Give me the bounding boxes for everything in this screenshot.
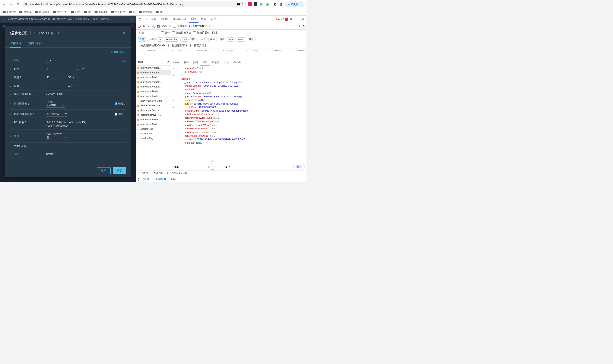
tab-elements[interactable]: 元素 <box>149 16 158 23</box>
bookmark-competition[interactable]: 竞争分析 <box>53 10 67 14</box>
add-device-button[interactable]: 添加新设备 ▾ <box>10 50 126 56</box>
issue-badge[interactable]: 1 <box>285 18 288 21</box>
search-next-icon[interactable]: ˅ <box>220 165 221 168</box>
detail-tab-payload[interactable]: 载荷 <box>182 59 191 66</box>
ext-icon-1[interactable] <box>248 2 252 6</box>
type-xhr[interactable]: Fetch/XHR <box>164 37 179 42</box>
type-manifest[interactable]: 清单 <box>218 37 226 42</box>
request-item[interactable]: ▦data:image/svg+x... <box>136 108 171 112</box>
memory-input[interactable] <box>46 67 65 71</box>
type-css[interactable]: CSS <box>180 37 189 42</box>
expand-icon[interactable]: › <box>10 113 12 116</box>
expand-icon[interactable]: › <box>10 76 12 79</box>
request-item[interactable]: ▫networkSelector.html <box>136 98 171 103</box>
update-button[interactable]: 完成更新 ⋮ <box>285 1 305 7</box>
cpu-select[interactable]: 1 <box>46 58 52 63</box>
drawer-whatsnew[interactable]: 新功能 ✕ <box>154 176 168 182</box>
drawer-issues[interactable]: 问题 <box>169 176 178 182</box>
request-item[interactable]: {}urn:vmomi:Virtual... <box>136 65 171 70</box>
detail-tab-response[interactable]: 响应 <box>200 59 210 66</box>
regex-toggle[interactable]: .* <box>229 165 230 168</box>
network-select[interactable]: NDX-vLAN100 <box>46 100 65 107</box>
type-doc[interactable]: 文档 <box>147 37 156 42</box>
expand-icon[interactable]: › <box>10 121 12 123</box>
detail-tab-cookies[interactable]: Cookie <box>231 60 243 65</box>
tab-console[interactable]: 控制台 <box>159 16 170 23</box>
clear-search-icon[interactable]: ⊗ <box>208 165 210 168</box>
preserve-log-check[interactable]: 保留日志 <box>157 24 171 28</box>
disk1-unit-select[interactable]: GB <box>67 75 75 80</box>
drawer-console[interactable]: 控制台 <box>141 176 153 182</box>
type-other[interactable]: 其他 <box>247 37 256 42</box>
request-item[interactable]: {}urn:vmomi:Folder:... <box>136 75 171 79</box>
ok-button[interactable]: 确定 <box>113 167 126 174</box>
cddvd-connect-check[interactable]: 连接... <box>115 112 126 116</box>
request-item[interactable]: ▦data:image/svg+x... <box>136 112 171 117</box>
star-icon[interactable]: ☆ <box>241 3 244 6</box>
request-item[interactable]: ▫sessionPing <box>136 131 171 136</box>
tab-vm-options[interactable]: 虚拟机选项 <box>27 40 41 47</box>
request-item[interactable]: {}urn:vmomi:Virtual... <box>136 84 171 89</box>
type-img[interactable]: 图片 <box>199 37 208 42</box>
network-settings-icon[interactable]: ⚙ <box>302 25 305 28</box>
cpu-info-icon[interactable]: ⓘ <box>122 59 126 63</box>
request-item[interactable]: {}urn:vmomi:Folder:... <box>136 94 171 98</box>
warn-badge[interactable]: ▲ 1 <box>280 18 284 21</box>
bookmark-kpanda[interactable]: kpanda <box>139 11 152 13</box>
type-wasm[interactable]: Wasm <box>236 37 246 42</box>
request-item[interactable]: {}urn:vmomi:Folder:... <box>136 117 171 122</box>
blocked-cookie-check[interactable]: 被屏蔽的响应 Cookie <box>138 44 165 47</box>
tab-virtual-hardware[interactable]: 虚拟硬件 <box>10 40 21 47</box>
site-settings-icon[interactable]: ⚙ <box>25 3 27 6</box>
expand-icon[interactable]: › <box>10 103 12 105</box>
search-prev-icon[interactable]: ˄ <box>217 165 218 168</box>
json-search-input[interactable] <box>174 165 206 168</box>
request-item[interactable]: {}urn:vmomi:Folder:... <box>136 89 171 94</box>
tab-sources[interactable]: 源代码/来源 <box>171 16 189 23</box>
forward-button[interactable]: → <box>9 2 14 7</box>
response-json[interactable]: - "parentVApp": null, "ipPoolData": null… <box>171 66 307 163</box>
hide-data-check[interactable]: 隐藏数据网址 <box>172 31 191 35</box>
device-icon[interactable]: ▭ <box>143 16 148 22</box>
inspect-icon[interactable]: ⬚ <box>137 16 142 22</box>
tab-more[interactable]: » <box>219 16 224 22</box>
expand-icon[interactable]: › <box>10 68 12 70</box>
bookmark-milestone[interactable]: 里程碑 <box>19 10 31 14</box>
wifi-icon[interactable]: ⌔ <box>213 25 214 28</box>
type-font[interactable]: 字体 <box>190 37 198 42</box>
bookmark-ppt[interactable]: ppt <box>156 11 163 13</box>
request-item[interactable]: {}urn:vmomi:Virtual... <box>136 79 171 84</box>
settings-icon[interactable]: ⚙ <box>288 16 294 22</box>
expand-icon[interactable]: › <box>10 153 12 155</box>
filter-input[interactable] <box>138 31 159 35</box>
gpu-select[interactable]: 指定自定义设置 <box>46 132 67 140</box>
throttle-select[interactable]: 已停用节流模式 <box>189 24 207 28</box>
disk2-unit-select[interactable]: GB <box>67 84 75 88</box>
drawer-more-icon[interactable]: ⋮ <box>137 178 140 181</box>
case-toggle[interactable]: Aa <box>224 165 227 168</box>
reqlist-close-icon[interactable]: ✕ <box>167 60 169 64</box>
bookmark-permissions[interactable]: 权限 <box>71 10 80 14</box>
search-icon[interactable]: 🔍 <box>152 25 155 28</box>
disk2-input[interactable] <box>46 84 65 88</box>
detail-tab-timing[interactable]: 时间 <box>222 59 231 66</box>
request-item[interactable]: {}urn:vmomi:Folder:... <box>136 122 171 127</box>
throttle-dropdown-icon[interactable]: ▾ <box>209 25 210 28</box>
modal-close-icon[interactable]: ✕ <box>122 30 126 36</box>
side-panel-icon[interactable]: ◧ <box>273 2 277 6</box>
error-badge[interactable]: ⊗ 4 <box>276 18 280 21</box>
bookmark-multicloud[interactable]: 多云编排 <box>35 10 49 14</box>
reload-button[interactable]: ⟳ <box>15 2 21 7</box>
type-js[interactable]: JS <box>157 37 163 42</box>
download-icon[interactable]: ↧ <box>298 25 300 28</box>
extensions-icon[interactable]: 🧩 <box>265 2 269 6</box>
request-item[interactable]: {}is65VcOrLater/?se... <box>136 103 171 108</box>
record-icon[interactable] <box>138 25 141 28</box>
url-bar[interactable]: ⚙ vcsa.daocloud.io/ui/app/vm;nav=h/urn:v… <box>22 1 246 7</box>
cddvd-select[interactable]: 客户端设备 <box>46 112 67 117</box>
back-button[interactable]: ← <box>2 2 7 7</box>
type-media[interactable]: 媒体 <box>208 37 217 42</box>
bookmark-chatgpt[interactable]: chatgpt <box>94 11 107 13</box>
timeline[interactable]: 20000 毫秒 40000 毫秒 60000 毫秒 80000 毫秒 1000… <box>136 48 307 59</box>
ext-icon-3[interactable]: ▦ <box>259 2 263 6</box>
